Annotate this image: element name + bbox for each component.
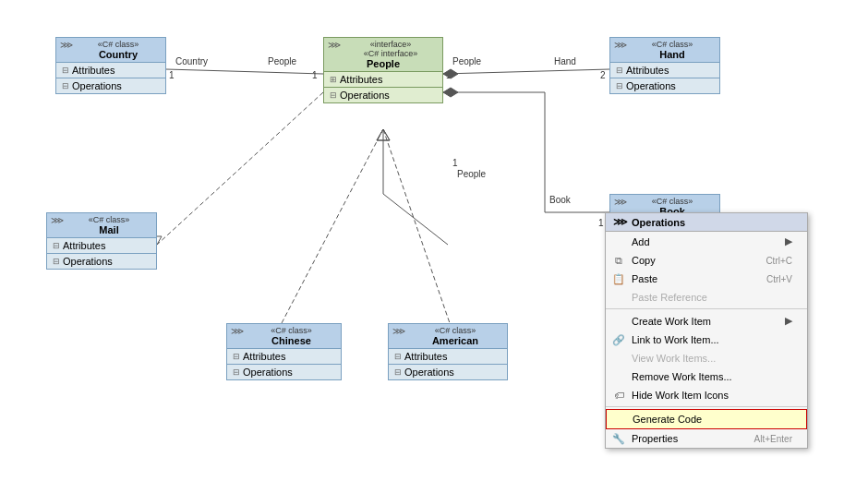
people-ops-icon: ⊟ — [330, 90, 337, 100]
copy-shortcut: Ctrl+C — [766, 256, 792, 266]
svg-text:People: People — [268, 56, 297, 66]
context-menu-title: Operations — [632, 217, 685, 228]
chinese-class-box[interactable]: ⋙ «C# class» Chinese ⊟ Attributes ⊟ Oper… — [226, 323, 342, 380]
chinese-header: ⋙ «C# class» Chinese — [227, 324, 341, 349]
svg-line-0 — [166, 69, 323, 74]
svg-line-5 — [443, 69, 609, 74]
menu-add-label: Add — [632, 236, 650, 247]
country-attr-icon: ⊟ — [62, 66, 69, 75]
american-attributes-section[interactable]: ⊟ Attributes — [389, 349, 507, 365]
svg-text:Hand: Hand — [554, 56, 576, 66]
copy-icon: ⧉ — [611, 253, 626, 268]
svg-text:Country: Country — [175, 56, 208, 66]
add-arrow-icon: ▶ — [785, 235, 792, 247]
menu-paste-ref[interactable]: Paste Reference — [606, 288, 807, 307]
country-class-box[interactable]: ⋙ «C# class» Country ⊟ Attributes ⊟ Oper… — [55, 37, 166, 94]
american-operations-section[interactable]: ⊟ Operations — [389, 365, 507, 379]
svg-line-16 — [383, 129, 450, 323]
menu-create-work[interactable]: Create Work Item ▶ — [606, 311, 807, 331]
hand-attr-icon: ⊟ — [616, 66, 623, 75]
menu-copy[interactable]: ⧉ Copy Ctrl+C — [606, 251, 807, 270]
chinese-operations-section[interactable]: ⊟ Operations — [227, 365, 341, 379]
people-attributes-section[interactable]: ⊞ Attributes — [324, 72, 442, 88]
menu-link-work[interactable]: 🔗 Link to Work Item... — [606, 331, 807, 349]
country-ops-icon: ⊟ — [62, 81, 69, 90]
menu-paste[interactable]: 📋 Paste Ctrl+V — [606, 270, 807, 288]
menu-hide-work[interactable]: 🏷 Hide Work Item Icons — [606, 386, 807, 404]
svg-marker-17 — [377, 129, 390, 140]
menu-properties[interactable]: 🔧 Properties Alt+Enter — [606, 429, 807, 448]
chinese-expand-icon[interactable]: ⋙ — [231, 326, 244, 336]
mail-attributes-label: Attributes — [63, 240, 105, 251]
country-operations-section[interactable]: ⊟ Operations — [56, 78, 165, 93]
people-attr-icon: ⊞ — [330, 75, 337, 84]
people-stereotype1: «interface» — [328, 40, 439, 49]
people-operations-label: Operations — [340, 90, 390, 101]
chinese-attributes-section[interactable]: ⊟ Attributes — [227, 349, 341, 365]
svg-text:1: 1 — [598, 218, 604, 228]
mail-attributes-section[interactable]: ⊟ Attributes — [47, 238, 156, 254]
mail-class-box[interactable]: ⋙ «C# class» Mail ⊟ Attributes ⊟ Operati… — [46, 212, 157, 270]
mail-stereotype: «C# class» — [51, 215, 152, 224]
svg-text:Book: Book — [549, 195, 572, 205]
american-expand-icon[interactable]: ⋙ — [392, 326, 405, 336]
hand-attributes-section[interactable]: ⊟ Attributes — [610, 63, 719, 78]
hand-expand-icon[interactable]: ⋙ — [614, 40, 627, 50]
chinese-classname: Chinese — [271, 335, 311, 346]
svg-marker-13 — [443, 88, 458, 97]
american-operations-label: Operations — [404, 367, 454, 378]
hand-operations-section[interactable]: ⊟ Operations — [610, 78, 719, 93]
american-class-box[interactable]: ⋙ «C# class» American ⊟ Attributes ⊟ Ope… — [388, 323, 508, 380]
american-stereotype: «C# class» — [392, 326, 503, 335]
menu-view-work-label: View Work Items... — [632, 353, 716, 364]
book-stereotype: «C# class» — [614, 197, 716, 206]
hide-icon: 🏷 — [611, 388, 626, 403]
hand-classname: Hand — [659, 49, 685, 60]
hand-header: ⋙ «C# class» Hand — [610, 38, 719, 63]
american-attr-icon: ⊟ — [394, 352, 402, 361]
create-work-arrow-icon: ▶ — [785, 315, 792, 327]
paste-icon: 📋 — [611, 271, 626, 286]
menu-properties-label: Properties — [632, 433, 678, 444]
people-expand-icon[interactable]: ⋙ — [328, 40, 341, 50]
chinese-ops-icon: ⊟ — [233, 367, 240, 377]
country-attributes-section[interactable]: ⊟ Attributes — [56, 63, 165, 78]
menu-generate-code[interactable]: Generate Code — [606, 409, 807, 429]
people-class-box[interactable]: ⋙ «interface» «C# interface» People ⊞ At… — [323, 37, 443, 103]
country-header: ⋙ «C# class» Country — [56, 38, 165, 63]
menu-paste-label: Paste — [632, 273, 657, 284]
american-attributes-label: Attributes — [404, 351, 447, 362]
context-menu[interactable]: ⋙ Operations Add ▶ ⧉ Copy Ctrl+C 📋 Paste… — [605, 212, 808, 449]
chinese-operations-label: Operations — [243, 367, 293, 378]
menu-generate-code-label: Generate Code — [633, 414, 702, 425]
book-expand-icon[interactable]: ⋙ — [614, 197, 627, 207]
people-header: ⋙ «interface» «C# interface» People — [324, 38, 442, 72]
svg-text:2: 2 — [600, 70, 606, 80]
mail-operations-label: Operations — [63, 256, 113, 267]
mail-expand-icon[interactable]: ⋙ — [51, 215, 64, 225]
svg-marker-10 — [443, 69, 458, 78]
chinese-attributes-label: Attributes — [243, 351, 285, 362]
menu-add[interactable]: Add ▶ — [606, 232, 807, 251]
svg-text:People: People — [452, 56, 482, 66]
american-header: ⋙ «C# class» American — [389, 324, 507, 349]
chinese-stereotype: «C# class» — [231, 326, 337, 335]
mail-classname: Mail — [99, 224, 118, 235]
menu-remove-work[interactable]: Remove Work Items... — [606, 367, 807, 386]
american-ops-icon: ⊟ — [394, 367, 402, 377]
mail-operations-section[interactable]: ⊟ Operations — [47, 254, 156, 269]
country-expand-icon[interactable]: ⋙ — [60, 40, 73, 50]
menu-hide-work-label: Hide Work Item Icons — [632, 390, 729, 401]
separator-2 — [606, 406, 807, 407]
svg-line-19 — [383, 194, 448, 245]
people-stereotype2: «C# interface» — [328, 49, 439, 58]
link-icon: 🔗 — [611, 332, 626, 347]
people-operations-section[interactable]: ⊟ Operations — [324, 88, 442, 102]
menu-copy-label: Copy — [632, 255, 656, 266]
hand-class-box[interactable]: ⋙ «C# class» Hand ⊟ Attributes ⊟ Operati… — [609, 37, 720, 94]
hand-attributes-label: Attributes — [626, 65, 669, 76]
paste-shortcut: Ctrl+V — [766, 274, 792, 284]
menu-view-work[interactable]: View Work Items... — [606, 349, 807, 367]
people-classname: People — [367, 58, 400, 69]
country-attributes-label: Attributes — [72, 65, 115, 76]
